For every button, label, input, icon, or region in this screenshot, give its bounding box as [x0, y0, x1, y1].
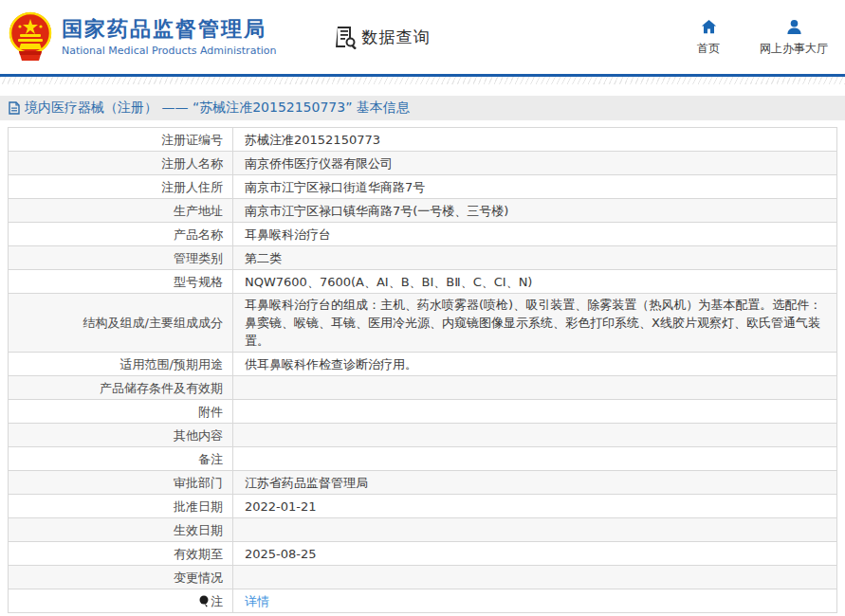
table-row: 批准日期2022-01-21 — [9, 495, 837, 518]
table-row: 产品名称耳鼻喉科治疗台 — [9, 223, 837, 246]
row-value: 苏械注准20152150773 — [233, 128, 837, 152]
row-label: 结构及组成/主要组成成分 — [9, 294, 233, 353]
note-pin-icon — [199, 595, 209, 607]
row-label: 有效期至 — [9, 542, 233, 566]
row-label: 产品名称 — [9, 223, 233, 246]
table-row: 结构及组成/主要组成成分耳鼻喉科治疗台的组成：主机、药水喷雾器(喷枪)、吸引装置… — [9, 294, 837, 353]
row-value — [233, 518, 837, 542]
row-value — [233, 447, 837, 471]
row-value: 2025-08-25 — [233, 542, 837, 566]
row-label: 备注 — [9, 447, 233, 471]
table-row: 有效期至2025-08-25 — [9, 542, 837, 566]
row-label: 生效日期 — [9, 518, 233, 542]
row-value — [233, 566, 837, 589]
row-label: 产品储存条件及有效期 — [9, 376, 233, 400]
row-label: 附件 — [9, 400, 233, 424]
table-row: 产品储存条件及有效期 — [9, 376, 837, 400]
row-value — [233, 424, 837, 447]
row-label: 注册人住所 — [9, 175, 233, 199]
site-header: 国家药品监督管理局 National Medical Products Admi… — [0, 0, 845, 74]
row-label: 审批部门 — [9, 471, 233, 495]
user-icon — [785, 18, 803, 36]
row-value: 南京市江宁区禄口街道华商路7号 — [233, 175, 837, 199]
row-label: 适用范围/预期用途 — [9, 353, 233, 376]
nav-online-hall[interactable]: 网上办事大厅 — [760, 18, 828, 57]
table-row: 生效日期 — [9, 518, 837, 542]
table-row: 注册人住所南京市江宁区禄口街道华商路7号 — [9, 175, 837, 199]
registration-info-table: 注册证编号苏械注准20152150773注册人名称南京侨伟医疗仪器有限公司注册人… — [8, 127, 837, 613]
table-row: 注册人名称南京侨伟医疗仪器有限公司 — [9, 152, 837, 175]
breadcrumb-text: 境内医疗器械（注册） —— “苏械注准20152150773” 基本信息 — [25, 100, 410, 117]
agency-subtitle: National Medical Products Administration — [62, 44, 276, 58]
row-label: 注册证编号 — [9, 128, 233, 152]
table-row: 附件 — [9, 400, 837, 424]
table-row: 生产地址南京市江宁区禄口镇华商路7号(一号楼、三号楼) — [9, 199, 837, 223]
row-value — [233, 400, 837, 424]
row-label: 批准日期 — [9, 495, 233, 518]
row-label: 注册人名称 — [9, 152, 233, 175]
row-value: 详情 — [233, 589, 837, 613]
agency-title-block: 国家药品监督管理局 National Medical Products Admi… — [62, 17, 276, 58]
row-label: 其他内容 — [9, 424, 233, 447]
row-label: 型号规格 — [9, 270, 233, 294]
data-query-section[interactable]: 数据查询 — [335, 25, 430, 49]
row-value: NQW7600、7600(A、AI、B、BI、BⅡ、C、CI、N) — [233, 270, 837, 294]
table-row: 注册证编号苏械注准20152150773 — [9, 128, 837, 152]
row-value: 耳鼻喉科治疗台 — [233, 223, 837, 246]
table-row: 管理类别第二类 — [9, 246, 837, 270]
row-value: 江苏省药品监督管理局 — [233, 471, 837, 495]
row-label: 管理类别 — [9, 246, 233, 270]
row-value: 第二类 — [233, 246, 837, 270]
row-value: 南京侨伟医疗仪器有限公司 — [233, 152, 837, 175]
detail-link[interactable]: 详情 — [245, 594, 269, 608]
hatch-strip — [0, 77, 845, 84]
page-icon — [9, 101, 20, 115]
row-value: 南京市江宁区禄口镇华商路7号(一号楼、三号楼) — [233, 199, 837, 223]
table-row: 变更情况 — [9, 566, 837, 589]
table-row: 型号规格NQW7600、7600(A、AI、B、BI、BⅡ、C、CI、N) — [9, 270, 837, 294]
row-value: 2022-01-21 — [233, 495, 837, 518]
row-label: 注 — [9, 589, 233, 613]
table-row: 审批部门江苏省药品监督管理局 — [9, 471, 837, 495]
data-query-label: 数据查询 — [361, 27, 430, 48]
table-row: 备注 — [9, 447, 837, 471]
nav-home[interactable]: 首页 — [689, 18, 727, 57]
nav-online-hall-label: 网上办事大厅 — [760, 41, 828, 57]
agency-title: 国家药品监督管理局 — [62, 17, 276, 42]
row-value — [233, 376, 837, 400]
row-value: 供耳鼻喉科作检查诊断治疗用。 — [233, 353, 837, 376]
table-row: 其他内容 — [9, 424, 837, 447]
row-value: 耳鼻喉科治疗台的组成：主机、药水喷雾器(喷枪)、吸引装置、除雾装置（热风机）为基… — [233, 294, 837, 353]
header-nav: 首页 网上办事大厅 — [689, 18, 828, 57]
info-table-body: 注册证编号苏械注准20152150773注册人名称南京侨伟医疗仪器有限公司注册人… — [9, 128, 837, 613]
table-row: 适用范围/预期用途供耳鼻喉科作检查诊断治疗用。 — [9, 353, 837, 376]
nav-home-label: 首页 — [697, 41, 720, 57]
national-emblem-logo — [8, 11, 53, 63]
document-search-icon — [335, 25, 358, 49]
table-row: 注详情 — [9, 589, 837, 613]
breadcrumb-bar: 境内医疗器械（注册） —— “苏械注准20152150773” 基本信息 — [0, 96, 845, 120]
registration-info-table-wrap: 注册证编号苏械注准20152150773注册人名称南京侨伟医疗仪器有限公司注册人… — [8, 127, 837, 613]
row-label: 生产地址 — [9, 199, 233, 223]
home-icon — [700, 18, 718, 36]
row-label: 变更情况 — [9, 566, 233, 589]
